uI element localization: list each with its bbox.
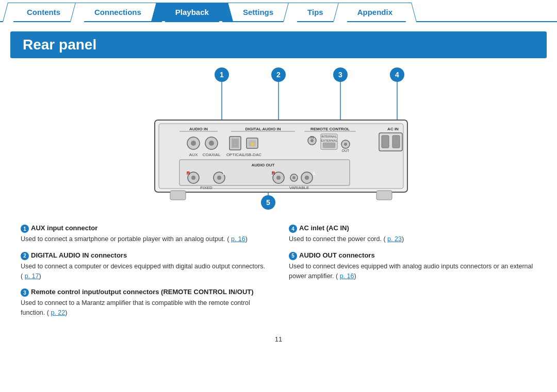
desc-link-2[interactable]: p. 17 <box>25 272 39 280</box>
svg-rect-45 <box>323 143 335 148</box>
main-content: 1 2 3 4 5 AUD <box>0 64 557 353</box>
svg-text:4: 4 <box>395 71 399 79</box>
desc-title-4: 4 AC inlet (AC IN) <box>289 224 536 233</box>
svg-text:AUDIO IN: AUDIO IN <box>189 127 208 131</box>
svg-text:L: L <box>223 171 226 176</box>
svg-text:3: 3 <box>338 71 342 79</box>
svg-point-55 <box>191 176 195 180</box>
desc-item-5: 5 AUDIO OUT connectors Used to connect d… <box>289 251 536 281</box>
desc-title-2: 2 DIGITAL AUDIO IN connectors <box>21 251 268 260</box>
svg-text:IN: IN <box>310 135 314 139</box>
tab-settings[interactable]: Settings <box>226 3 290 21</box>
svg-text:R: R <box>187 171 190 176</box>
tab-playback[interactable]: Playback <box>159 3 225 21</box>
svg-text:OPTICAL: OPTICAL <box>226 152 244 157</box>
svg-rect-33 <box>232 139 239 148</box>
tab-tips[interactable]: Tips <box>291 3 340 21</box>
svg-point-27 <box>191 141 196 146</box>
desc-title-1: 1 AUX input connector <box>21 224 268 233</box>
svg-text:R: R <box>272 171 275 176</box>
svg-text:FIXED: FIXED <box>200 185 212 190</box>
svg-text:INTERNAL: INTERNAL <box>321 135 337 138</box>
svg-point-30 <box>209 141 214 146</box>
desc-link-4[interactable]: p. 23 <box>387 235 402 243</box>
svg-rect-50 <box>382 135 389 148</box>
right-descriptions: 4 AC inlet (AC IN) Used to connect the p… <box>289 224 536 325</box>
page-number: 11 <box>21 335 536 343</box>
svg-text:EXTERNAL: EXTERNAL <box>321 139 337 142</box>
desc-text-3: Used to connect to a Marantz amplifier t… <box>21 298 268 318</box>
desc-title-5: 5 AUDIO OUT connectors <box>289 251 536 260</box>
desc-link-1[interactable]: p. 16 <box>231 235 245 243</box>
desc-num-5: 5 <box>289 252 297 260</box>
desc-link-3[interactable]: p. 22 <box>51 309 65 316</box>
desc-text-2: Used to connect a computer or devices eq… <box>21 262 268 281</box>
tab-connections[interactable]: Connections <box>78 3 158 21</box>
navigation-tabs: Contents Connections Playback Settings T… <box>0 0 557 22</box>
svg-rect-17 <box>170 191 186 200</box>
desc-title-3: 3 Remote control input/output connectors… <box>21 288 268 297</box>
desc-item-4: 4 AC inlet (AC IN) Used to connect the p… <box>289 224 536 244</box>
svg-text:DIGITAL AUDIO IN: DIGITAL AUDIO IN <box>245 127 281 131</box>
page-title: Rear panel <box>10 31 547 58</box>
rear-panel-diagram: 1 2 3 4 5 AUD <box>103 64 454 214</box>
svg-text:USB-DAC: USB-DAC <box>243 152 261 157</box>
desc-num-1: 1 <box>21 225 29 233</box>
diagram-area: 1 2 3 4 5 AUD <box>21 64 536 214</box>
desc-text-4: Used to connect the power cord. ( p. 23) <box>289 234 536 244</box>
desc-text-5: Used to connect devices equipped with an… <box>289 262 536 281</box>
svg-text:⚡: ⚡ <box>250 141 256 147</box>
svg-point-62 <box>276 176 281 180</box>
svg-text:1: 1 <box>220 71 224 79</box>
desc-item-3: 3 Remote control input/output connectors… <box>21 288 268 318</box>
svg-point-47 <box>344 143 347 146</box>
svg-text:VARIABLE: VARIABLE <box>289 185 309 190</box>
svg-point-58 <box>217 176 221 180</box>
desc-num-3: 3 <box>21 288 29 297</box>
left-descriptions: 1 AUX input connector Used to connect a … <box>21 224 268 325</box>
svg-point-40 <box>310 139 314 142</box>
desc-item-1: 1 AUX input connector Used to connect a … <box>21 224 268 244</box>
svg-text:2: 2 <box>276 71 281 79</box>
svg-text:COAXIAL: COAXIAL <box>203 152 221 157</box>
desc-item-2: 2 DIGITAL AUDIO IN connectors Used to co… <box>21 251 268 281</box>
desc-text-1: Used to connect a smartphone or portable… <box>21 234 268 244</box>
desc-num-4: 4 <box>289 225 297 233</box>
svg-point-67 <box>305 176 309 180</box>
svg-text:REMOTE CONTROL: REMOTE CONTROL <box>310 127 350 131</box>
descriptions-grid: 1 AUX input connector Used to connect a … <box>21 224 536 325</box>
desc-num-2: 2 <box>21 252 29 260</box>
svg-text:AUX: AUX <box>189 152 198 157</box>
svg-text:L: L <box>313 171 316 176</box>
svg-text:OUT: OUT <box>342 149 350 152</box>
svg-rect-51 <box>392 135 400 148</box>
svg-text:AUDIO OUT: AUDIO OUT <box>252 163 275 167</box>
tab-appendix[interactable]: Appendix <box>341 3 409 21</box>
tab-contents[interactable]: Contents <box>10 3 77 21</box>
svg-rect-18 <box>376 191 392 200</box>
svg-text:AC IN: AC IN <box>387 127 399 131</box>
desc-link-5[interactable]: p. 16 <box>340 272 354 280</box>
svg-point-65 <box>292 176 296 179</box>
svg-text:5: 5 <box>266 198 270 207</box>
